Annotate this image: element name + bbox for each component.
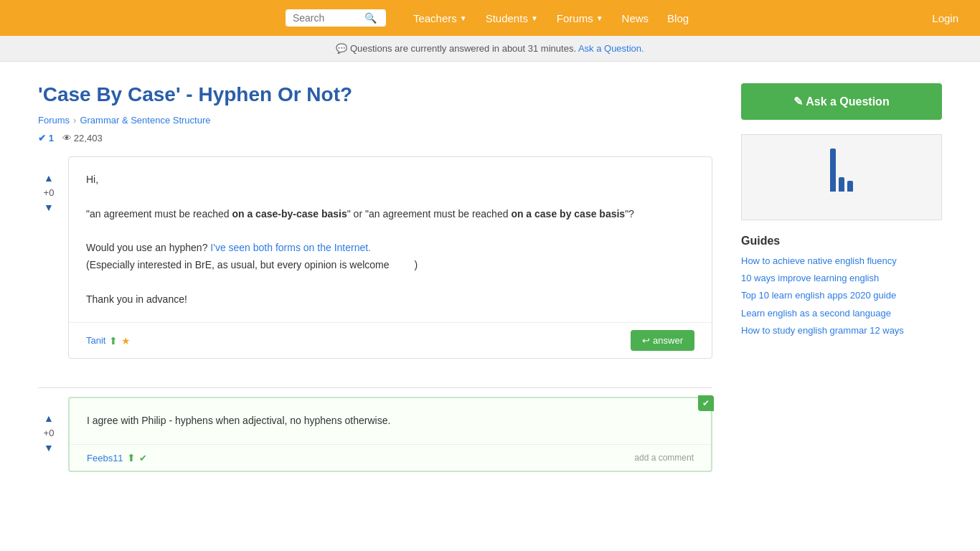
bar-chart bbox=[823, 156, 860, 199]
nav-item-forums[interactable]: Forums ▼ bbox=[551, 12, 609, 24]
bar-2 bbox=[839, 177, 844, 192]
vote-controls-2: ▲ +0 ▼ bbox=[38, 397, 60, 486]
nav-center: 🔍 Teachers ▼ Students ▼ Forums ▼ News Bl… bbox=[286, 9, 694, 27]
header: 🔍 Teachers ▼ Students ▼ Forums ▼ News Bl… bbox=[0, 0, 980, 36]
vote-count-2: +0 bbox=[44, 428, 55, 438]
post1-card: Hi, "an agreement must be reached on a c… bbox=[68, 156, 712, 359]
nav-item-news[interactable]: News bbox=[616, 12, 655, 24]
meta-views: 👁 22,403 bbox=[62, 133, 103, 143]
guide-link-3[interactable]: Top 10 learn english apps 2020 guide bbox=[741, 289, 942, 302]
post2-body: I agree with Philip - hyphens when adjec… bbox=[70, 398, 711, 444]
vote-down-button-1[interactable]: ▼ bbox=[42, 200, 55, 215]
nav-item-blog[interactable]: Blog bbox=[661, 12, 694, 24]
page-title: 'Case By Case' - Hyphen Or Not? bbox=[38, 83, 712, 106]
post1-body: Hi, "an agreement must be reached on a c… bbox=[69, 157, 712, 322]
post1-thanks: Thank you in advance! bbox=[86, 291, 694, 309]
post1-line2: Would you use an hyphen? I've seen both … bbox=[86, 240, 694, 257]
guide-link-2[interactable]: 10 ways improve learning english bbox=[741, 272, 942, 285]
post1-quote: "an agreement must be reached on a case-… bbox=[86, 206, 694, 223]
breadcrumb-separator: › bbox=[73, 115, 76, 126]
guides-section: Guides How to achieve native english flu… bbox=[741, 235, 942, 337]
eye-icon: 👁 bbox=[62, 133, 72, 143]
chevron-down-icon: ▼ bbox=[460, 14, 467, 22]
post1-poster-up-icon: ⬆ bbox=[109, 335, 118, 347]
vote-up-button-1[interactable]: ▲ bbox=[42, 171, 55, 185]
post1-poster: Tanit ⬆ ★ bbox=[86, 335, 131, 347]
vote-up-button-2[interactable]: ▲ bbox=[42, 411, 55, 425]
vote-count-1: +0 bbox=[44, 187, 55, 198]
breadcrumb-forums[interactable]: Forums bbox=[38, 115, 70, 126]
search-input[interactable] bbox=[293, 12, 364, 24]
add-comment-link[interactable]: add a comment bbox=[634, 453, 694, 463]
ad-placeholder bbox=[741, 134, 942, 220]
post2-card-wrapper: ✔ I agree with Philip - hyphens when adj… bbox=[68, 397, 712, 486]
vote-controls-1: ▲ +0 ▼ bbox=[38, 156, 60, 373]
guides-title: Guides bbox=[741, 235, 942, 248]
post1-card-wrapper: Hi, "an agreement must be reached on a c… bbox=[68, 156, 712, 373]
content-area: 'Case By Case' - Hyphen Or Not? Forums ›… bbox=[38, 83, 712, 501]
breadcrumb: Forums › Grammar & Sentence Structure bbox=[38, 115, 712, 126]
chevron-down-icon: ▼ bbox=[596, 14, 603, 22]
post1-line3: (Especially interested in BrE, as usual,… bbox=[86, 257, 694, 274]
post2-poster: Feebs11 ⬆ ✔ bbox=[87, 452, 147, 463]
bar-3 bbox=[847, 181, 853, 192]
bar-1 bbox=[830, 149, 836, 192]
post2-footer: Feebs11 ⬆ ✔ add a comment bbox=[70, 444, 711, 471]
highlight-check-icon: ✔ bbox=[698, 395, 714, 411]
guide-link-5[interactable]: How to study english grammar 12 ways bbox=[741, 324, 942, 337]
post2-poster-up-icon: ⬆ bbox=[127, 452, 136, 463]
nav-item-students[interactable]: Students ▼ bbox=[480, 12, 544, 24]
meta-check: ✔ 1 bbox=[38, 133, 54, 143]
post-meta: ✔ 1 👁 22,403 bbox=[38, 133, 712, 143]
login-button[interactable]: Login bbox=[932, 12, 958, 24]
chevron-down-icon: ▼ bbox=[531, 14, 538, 22]
nav-item-teachers[interactable]: Teachers ▼ bbox=[407, 12, 473, 24]
post1-greeting: Hi, bbox=[86, 171, 694, 189]
ask-question-button[interactable]: ✎ Ask a Question bbox=[741, 83, 942, 120]
sub-header-text: Questions are currently answered in abou… bbox=[350, 43, 576, 54]
search-box[interactable]: 🔍 bbox=[286, 9, 386, 27]
chat-icon: 💬 bbox=[336, 43, 347, 54]
post1-bold1: on a case-by-case basis bbox=[232, 208, 347, 220]
post1-footer: Tanit ⬆ ★ ↩ answer bbox=[69, 322, 712, 358]
guide-link-4[interactable]: Learn english as a second language bbox=[741, 307, 942, 320]
post1-poster-star-icon: ★ bbox=[121, 335, 131, 347]
search-icon-button[interactable]: 🔍 bbox=[364, 12, 377, 24]
post1-wrapper: ▲ +0 ▼ Hi, "an agreement must be reached… bbox=[38, 156, 712, 373]
post1-bold2: on a case by case basis bbox=[511, 208, 625, 220]
sub-header-bar: 💬 Questions are currently answered in ab… bbox=[0, 36, 980, 62]
vote-down-button-2[interactable]: ▼ bbox=[42, 441, 55, 455]
post2-text: I agree with Philip - hyphens when adjec… bbox=[87, 413, 694, 430]
answer-button-1[interactable]: ↩ answer bbox=[631, 330, 694, 351]
guide-link-1[interactable]: How to achieve native english fluency bbox=[741, 255, 942, 268]
divider-1 bbox=[38, 387, 712, 388]
main-container: 'Case By Case' - Hyphen Or Not? Forums ›… bbox=[24, 62, 956, 522]
post2-wrapper: ▲ +0 ▼ ✔ I agree with Philip - hyphens w… bbox=[38, 397, 712, 486]
post2-card: I agree with Philip - hyphens when adjec… bbox=[68, 397, 712, 472]
breadcrumb-category[interactable]: Grammar & Sentence Structure bbox=[80, 115, 210, 126]
post2-poster-check-icon: ✔ bbox=[139, 453, 147, 463]
sidebar: ✎ Ask a Question Guides How to achieve n… bbox=[741, 83, 942, 501]
ask-question-link[interactable]: Ask a Question. bbox=[578, 43, 644, 54]
post1-link: I've seen both forms on the Internet. bbox=[210, 242, 371, 253]
